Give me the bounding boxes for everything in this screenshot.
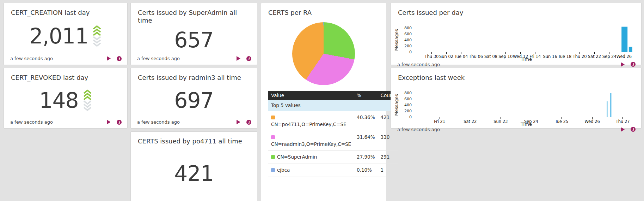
- play-icon[interactable]: [101, 56, 111, 61]
- count-value: 421: [174, 163, 214, 184]
- info-icon[interactable]: i: [625, 127, 636, 132]
- col-header-pct: %: [354, 91, 378, 100]
- svg-text:Wed 26: Wed 26: [617, 54, 632, 59]
- legend-swatch-icon: [271, 155, 275, 159]
- svg-text:Sun 23: Sun 23: [493, 119, 508, 124]
- widget-cert-revoked: CERT_REVOKED last day 148 a few seconds …: [4, 68, 128, 129]
- cell-pct: 31.64%: [354, 131, 378, 151]
- svg-text:Fri 21: Fri 21: [434, 119, 445, 124]
- widget-certs-per-day: Certs issued per day 0200400600800Thu 30…: [391, 3, 642, 65]
- svg-text:Thu 06: Thu 06: [468, 54, 483, 59]
- widget-updated: a few seconds ago: [137, 119, 180, 125]
- svg-text:Sep 10: Sep 10: [498, 54, 513, 59]
- svg-text:Tue 18: Tue 18: [558, 54, 571, 59]
- cell-value: CN=raadmin3,O=PrimeKey,C=SE: [268, 131, 354, 151]
- cell-value: ejbca: [268, 164, 354, 177]
- widget-title: CERTS per RA: [261, 3, 386, 17]
- play-icon[interactable]: [101, 120, 111, 124]
- widget-updated: a few seconds ago: [10, 119, 53, 125]
- cell-count: 291: [378, 151, 398, 164]
- table-section-row: Top 5 values: [268, 100, 398, 111]
- info-icon[interactable]: i: [241, 120, 251, 125]
- legend-swatch-icon: [271, 168, 275, 172]
- info-icon[interactable]: i: [241, 56, 251, 61]
- play-icon[interactable]: [231, 56, 241, 61]
- widget-footer: a few seconds ago i: [131, 119, 257, 128]
- widget-footer: a few seconds ago i: [391, 127, 641, 136]
- svg-text:Thu 27: Thu 27: [615, 119, 630, 124]
- svg-text:Sat 08: Sat 08: [484, 54, 497, 59]
- svg-text:200: 200: [404, 44, 412, 48]
- play-icon[interactable]: [615, 62, 625, 67]
- info-icon[interactable]: i: [111, 120, 122, 125]
- svg-text:Messages: Messages: [394, 29, 399, 51]
- legend-swatch-icon: [271, 135, 275, 139]
- table-header-row: Value % Count: [268, 91, 398, 100]
- ra-pie-chart: [292, 22, 355, 85]
- cell-pct: 40.36%: [354, 111, 378, 131]
- widget-footer: a few seconds ago i: [4, 119, 127, 128]
- count-value: 2,011: [30, 25, 88, 47]
- widget-title: Certs issued by SuperAdmin all time: [131, 3, 257, 24]
- widget-title: CERT_REVOKED last day: [4, 68, 127, 82]
- svg-text:400: 400: [404, 38, 412, 42]
- ra-table-body: Top 5 values CN=po4711,O=PrimeKey,C=SE40…: [268, 100, 398, 177]
- svg-text:400: 400: [404, 103, 412, 107]
- svg-text:Sun 02: Sun 02: [439, 54, 453, 59]
- svg-text:Time: Time: [520, 122, 532, 127]
- widget-title: Certs issued per day: [391, 3, 641, 17]
- widget-updated: a few seconds ago: [397, 62, 440, 67]
- cell-value: CN=po4711,O=PrimeKey,C=SE: [268, 111, 354, 131]
- widget-certs-po4711: CERTS issued by po4711 all time 421: [130, 131, 257, 201]
- svg-text:Thu 20: Thu 20: [572, 54, 587, 59]
- play-icon[interactable]: [615, 127, 625, 132]
- legend-swatch-icon: [271, 116, 275, 119]
- widget-updated: a few seconds ago: [137, 56, 180, 61]
- svg-text:Sat 22: Sat 22: [464, 119, 477, 124]
- svg-text:0: 0: [409, 115, 412, 119]
- widget-certs-superadmin: Certs issued by SuperAdmin all time 657 …: [130, 3, 257, 65]
- bar-chart-canvas: 0200400600800Thu 30Sun 02Tue 04Thu 06Sat…: [391, 17, 641, 62]
- cell-pct: 27.90%: [354, 151, 378, 164]
- svg-text:Tue 25: Tue 25: [555, 119, 569, 124]
- widget-certs-radmin3: Certs issued by radmin3 all time 697 a f…: [130, 68, 257, 129]
- widget-cert-creation: CERT_CREATION last day 2,011 a few secon…: [4, 3, 128, 65]
- table-row: CN=raadmin3,O=PrimeKey,C=SE31.64%330: [268, 131, 398, 151]
- svg-text:Tue 04: Tue 04: [454, 54, 468, 59]
- widget-footer: a few seconds ago i: [131, 56, 257, 65]
- table-row: CN=SuperAdmin27.90%291: [268, 151, 398, 164]
- widget-updated: a few seconds ago: [397, 127, 440, 132]
- col-header-value: Value: [268, 91, 354, 100]
- widget-title: CERTS issued by po4711 all time: [131, 132, 257, 145]
- count-value: 697: [174, 90, 214, 111]
- cell-value: CN=SuperAdmin: [268, 151, 354, 164]
- table-section-label: Top 5 values: [268, 100, 398, 111]
- svg-text:Time: Time: [520, 57, 532, 62]
- widget-footer: a few seconds ago i: [4, 56, 127, 65]
- cell-count: 1: [378, 164, 398, 177]
- svg-text:600: 600: [404, 97, 412, 101]
- widget-title: Exceptions last week: [391, 68, 641, 82]
- cell-pct: 0.10%: [354, 164, 378, 177]
- svg-text:Thu 30: Thu 30: [424, 54, 438, 59]
- play-icon[interactable]: [231, 120, 241, 124]
- svg-text:800: 800: [404, 26, 412, 30]
- svg-text:600: 600: [404, 32, 412, 36]
- widget-certs-per-ra: CERTS per RA Value % Count Top 5 values …: [261, 3, 386, 201]
- svg-text:200: 200: [404, 109, 412, 113]
- table-row: ejbca0.10%1: [268, 164, 398, 177]
- svg-text:Sat 22: Sat 22: [588, 54, 601, 59]
- trend-up-down-chevrons-icon: [83, 89, 92, 111]
- ra-values-table: Value % Count Top 5 values CN=po4711,O=P…: [268, 91, 398, 177]
- widget-exceptions-last-week: Exceptions last week 0200400600800Fri 21…: [391, 68, 642, 129]
- svg-text:0: 0: [409, 50, 412, 54]
- info-icon[interactable]: i: [111, 56, 122, 61]
- widget-title: Certs issued by radmin3 all time: [131, 68, 257, 82]
- bar-chart-canvas: 0200400600800Fri 21Sat 22Sun 23Sep 24Tue…: [391, 82, 641, 127]
- svg-text:Sun 16: Sun 16: [543, 54, 557, 59]
- svg-text:Wed 26: Wed 26: [584, 119, 600, 124]
- widget-title: CERT_CREATION last day: [4, 3, 127, 17]
- svg-text:Sep 24: Sep 24: [602, 54, 617, 59]
- info-icon[interactable]: i: [625, 62, 636, 67]
- svg-text:800: 800: [404, 91, 412, 95]
